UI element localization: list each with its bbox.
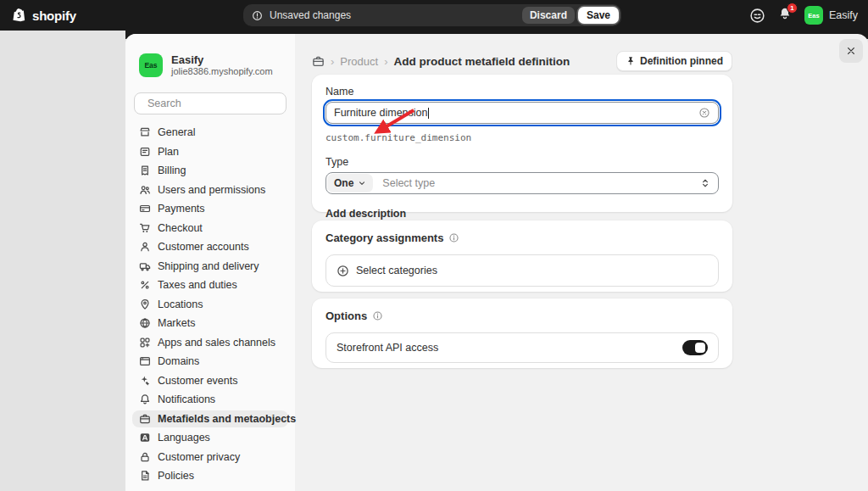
customer-events-icon <box>139 375 151 387</box>
sidebar-item-shipping-and-delivery[interactable]: Shipping and delivery <box>132 258 288 276</box>
text-caret <box>428 108 429 119</box>
select-categories-label: Select categories <box>356 265 437 276</box>
save-button[interactable]: Save <box>578 7 619 24</box>
sidebar-item-label: Customer events <box>158 375 237 387</box>
storefront-api-access-label: Storefront API access <box>337 342 438 354</box>
sidebar-item-label: Markets <box>158 317 195 329</box>
settings-nav: GeneralPlanBillingUsers and permissionsP… <box>125 124 295 491</box>
notifications-button[interactable]: 1 <box>778 7 792 24</box>
sidebar-search[interactable] <box>134 92 287 114</box>
domains-icon <box>139 355 151 367</box>
sidebar-item-customer-privacy[interactable]: Customer privacy <box>132 449 288 466</box>
sidebar-item-notifications[interactable]: Notifications <box>132 391 288 409</box>
close-icon <box>846 46 856 56</box>
checkout-icon <box>139 222 151 234</box>
toggle-knob <box>695 343 705 353</box>
main-content: › Product › Add product metafield defini… <box>295 34 868 491</box>
taxes-icon <box>139 279 151 291</box>
sidebar-item-label: Domains <box>158 355 199 367</box>
chevron-down-icon <box>358 179 366 187</box>
category-assignments-title: Category assignments <box>326 232 443 244</box>
customer-accounts-icon <box>139 241 151 253</box>
definition-pinned-label: Definition pinned <box>640 55 723 67</box>
namespace-key-preview: custom.furniture_dimension <box>326 132 719 143</box>
options-card: Options Storefront API access <box>312 299 732 368</box>
sidebar-item-payments[interactable]: Payments <box>132 200 288 218</box>
page-title: Add product metafield definition <box>394 55 570 68</box>
metafields-breadcrumb-icon <box>312 55 325 68</box>
users-icon <box>139 184 151 196</box>
type-placeholder: Select type <box>382 177 700 189</box>
sidebar-item-label: Billing <box>158 165 186 176</box>
sidebar-item-label: Metafields and metaobjects <box>158 413 296 425</box>
shopify-bag-icon <box>12 8 27 23</box>
cardinality-chip[interactable]: One <box>327 174 373 192</box>
type-select[interactable]: One Select type <box>326 172 719 194</box>
discard-button[interactable]: Discard <box>522 7 575 24</box>
sidebar-item-label: Plan <box>158 146 179 158</box>
sidekick-icon[interactable] <box>749 8 765 24</box>
select-categories-button[interactable]: Select categories <box>326 254 719 287</box>
definition-pinned-button[interactable]: Definition pinned <box>616 51 732 71</box>
unsaved-changes-bar: Unsaved changes Discard Save <box>243 4 621 26</box>
sidebar-item-languages[interactable]: Languages <box>132 429 288 447</box>
sidebar-item-policies[interactable]: Policies <box>132 467 288 485</box>
sidebar-item-label: Customer accounts <box>158 241 249 253</box>
billing-icon <box>139 165 151 176</box>
brand-wordmark: shopify <box>32 8 76 23</box>
sidebar-item-locations[interactable]: Locations <box>132 296 288 314</box>
clear-name-icon[interactable] <box>698 107 710 119</box>
shopify-logo[interactable]: shopify <box>12 0 76 31</box>
sidebar-item-label: Locations <box>158 299 203 310</box>
plan-icon <box>139 146 151 158</box>
type-label: Type <box>326 156 719 168</box>
plus-circle-icon <box>337 265 349 277</box>
sidebar-item-taxes-and-duties[interactable]: Taxes and duties <box>132 276 288 294</box>
sidebar-item-label: Payments <box>158 203 205 215</box>
breadcrumb: › Product › Add product metafield defini… <box>312 55 570 68</box>
info-icon[interactable] <box>448 232 459 243</box>
sidebar-item-label: Users and permissions <box>158 184 265 196</box>
apps-icon <box>139 337 151 349</box>
storefront-api-access-row: Storefront API access <box>326 332 719 363</box>
policies-icon <box>139 470 151 482</box>
search-input[interactable] <box>147 98 284 109</box>
locations-icon <box>139 299 151 310</box>
sidebar-item-label: General <box>158 126 195 138</box>
definition-form-card: Name Furniture dimension custom.furnitur… <box>312 75 732 212</box>
sidebar-item-checkout[interactable]: Checkout <box>132 220 288 237</box>
sidebar-item-general[interactable]: General <box>132 124 288 142</box>
sidebar-item-markets[interactable]: Markets <box>132 315 288 332</box>
sidebar-item-customer-events[interactable]: Customer events <box>132 372 288 390</box>
sidebar-item-label: Customer privacy <box>158 451 240 463</box>
store-header: Eas Easify jolie8386.myshopify.com <box>125 34 295 77</box>
info-icon[interactable] <box>372 310 383 321</box>
privacy-icon <box>139 451 151 463</box>
sidebar-item-metafields-and-metaobjects[interactable]: Metafields and metaobjects <box>132 410 288 428</box>
account-menu[interactable]: Eas Easify <box>804 6 858 25</box>
store-icon <box>139 126 151 138</box>
notification-badge: 1 <box>787 3 798 14</box>
notifications-icon <box>139 393 151 405</box>
name-input[interactable]: Furniture dimension <box>326 102 719 124</box>
sidebar-item-users-and-permissions[interactable]: Users and permissions <box>132 181 288 199</box>
store-name: Easify <box>171 53 273 66</box>
sidebar-item-customer-accounts[interactable]: Customer accounts <box>132 238 288 256</box>
sidebar-item-label: Taxes and duties <box>158 279 237 291</box>
sidebar-item-label: Shipping and delivery <box>158 260 259 272</box>
pin-icon <box>626 56 636 66</box>
sidebar-item-billing[interactable]: Billing <box>132 162 288 180</box>
breadcrumb-separator: › <box>331 55 334 68</box>
category-assignments-card: Category assignments Select categories <box>312 220 732 292</box>
breadcrumb-parent[interactable]: Product <box>340 55 378 68</box>
metafields-icon <box>139 413 151 425</box>
payments-icon <box>139 203 151 215</box>
sidebar-item-label: Notifications <box>158 393 215 405</box>
cardinality-value: One <box>334 177 353 189</box>
add-description-button[interactable]: Add description <box>326 208 406 220</box>
sidebar-item-plan[interactable]: Plan <box>132 143 288 161</box>
storefront-api-toggle[interactable] <box>682 340 708 355</box>
sidebar-item-apps-and-sales-channels[interactable]: Apps and sales channels <box>132 334 288 352</box>
close-button[interactable] <box>839 39 863 63</box>
sidebar-item-domains[interactable]: Domains <box>132 353 288 371</box>
